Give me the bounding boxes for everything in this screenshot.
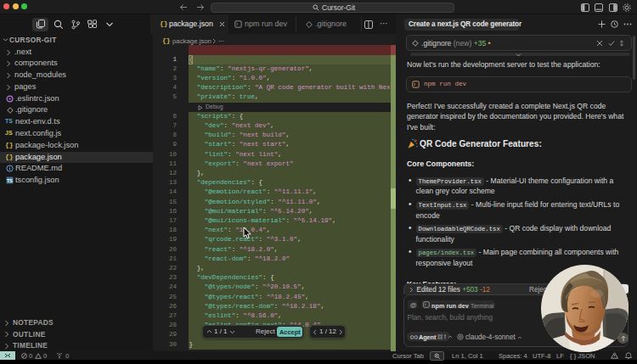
svg-text:TS: TS — [7, 177, 13, 182]
